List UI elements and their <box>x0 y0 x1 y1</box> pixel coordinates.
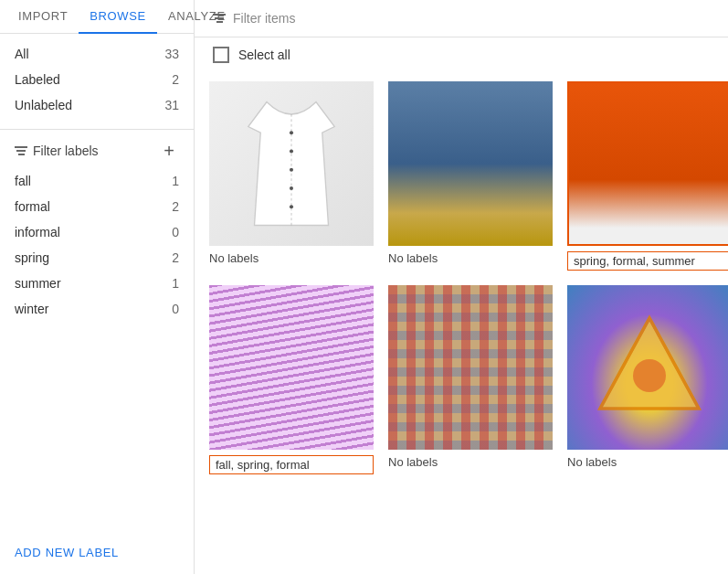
item-label-3: spring, formal, summer <box>567 251 728 271</box>
label-spring-name: spring <box>15 250 49 265</box>
item-image-6 <box>567 285 728 450</box>
item-label-6: No labels <box>567 453 728 471</box>
label-formal-name: formal <box>15 199 50 214</box>
label-informal-count: 0 <box>172 225 179 239</box>
category-labeled-count: 2 <box>172 72 179 87</box>
grid-row-1: No labels No labels spring, formal, summ… <box>209 81 713 271</box>
grid-item-4[interactable]: fall, spring, formal <box>209 285 374 474</box>
label-summer-count: 1 <box>172 276 179 291</box>
plaid-image <box>388 285 553 450</box>
label-fall-count: 1 <box>172 174 179 188</box>
filter-labels-row: Filter labels + <box>0 133 194 168</box>
category-all-label: All <box>15 47 29 61</box>
jeans-image <box>388 81 553 246</box>
pizza-shirt-image <box>567 285 728 450</box>
label-formal[interactable]: formal 2 <box>0 194 194 219</box>
label-winter-name: winter <box>15 302 48 316</box>
main-filter-bar: Filter items <box>195 0 728 37</box>
category-all[interactable]: All 33 <box>0 41 194 67</box>
item-label-1: No labels <box>209 250 374 267</box>
labels-section: fall 1 formal 2 informal 0 spring 2 summ… <box>0 168 194 531</box>
svg-point-1 <box>290 131 293 134</box>
shirt-white-image <box>209 81 374 246</box>
grid-row-2: fall, spring, formal No labels <box>209 285 713 474</box>
add-label-button[interactable]: + <box>159 141 179 161</box>
orange-dress-image <box>569 83 728 244</box>
divider-1 <box>0 129 194 130</box>
main-filter-icon <box>213 14 226 23</box>
label-summer-name: summer <box>15 276 61 291</box>
item-label-4: fall, spring, formal <box>209 455 374 474</box>
label-formal-count: 2 <box>172 199 179 214</box>
item-image-2 <box>388 81 553 246</box>
item-label-5: No labels <box>388 453 553 471</box>
item-image-4 <box>209 285 374 450</box>
item-image-3 <box>567 81 728 246</box>
grid-item-2[interactable]: No labels <box>388 81 553 271</box>
tab-bar: IMPORT BROWSE ANALYZE <box>0 0 194 34</box>
svg-point-4 <box>290 186 293 190</box>
svg-point-3 <box>290 168 293 172</box>
category-section: All 33 Labeled 2 Unlabeled 31 <box>0 34 194 125</box>
items-grid: No labels No labels spring, formal, summ… <box>195 72 728 574</box>
label-informal-name: informal <box>15 225 60 239</box>
add-new-label-button[interactable]: ADD NEW LABEL <box>0 531 194 574</box>
category-unlabeled[interactable]: Unlabeled 31 <box>0 92 194 118</box>
grid-item-6[interactable]: No labels <box>567 285 728 474</box>
label-spring[interactable]: spring 2 <box>0 245 194 271</box>
category-labeled-label: Labeled <box>15 72 60 87</box>
label-fall[interactable]: fall 1 <box>0 168 194 194</box>
label-summer[interactable]: summer 1 <box>0 271 194 296</box>
purple-shirt-image <box>209 285 374 450</box>
tab-browse[interactable]: BROWSE <box>79 0 157 34</box>
filter-labels-text: Filter labels <box>33 144 99 158</box>
svg-point-2 <box>290 149 293 153</box>
label-informal[interactable]: informal 0 <box>0 219 194 245</box>
select-all-checkbox[interactable] <box>213 47 229 63</box>
main-content: Filter items Select all <box>195 0 728 574</box>
select-all-label: Select all <box>238 48 290 62</box>
label-winter[interactable]: winter 0 <box>0 296 194 322</box>
item-label-2: No labels <box>388 250 553 267</box>
svg-point-7 <box>633 359 666 392</box>
category-all-count: 33 <box>164 47 179 61</box>
tab-import[interactable]: IMPORT <box>7 0 79 34</box>
category-unlabeled-count: 31 <box>164 98 179 112</box>
grid-item-5[interactable]: No labels <box>388 285 553 474</box>
main-filter-text: Filter items <box>233 11 295 26</box>
sidebar: IMPORT BROWSE ANALYZE All 33 Labeled 2 U… <box>0 0 195 574</box>
label-fall-name: fall <box>15 174 31 188</box>
filter-icon <box>15 146 27 155</box>
svg-point-5 <box>290 205 293 208</box>
category-unlabeled-label: Unlabeled <box>15 98 72 112</box>
label-spring-count: 2 <box>172 250 179 265</box>
grid-item-3[interactable]: spring, formal, summer <box>567 81 728 271</box>
label-winter-count: 0 <box>172 302 179 316</box>
item-image-1 <box>209 81 374 246</box>
filter-label-container: Filter labels <box>15 144 99 158</box>
item-image-5 <box>388 285 553 450</box>
select-all-row: Select all <box>195 37 728 72</box>
category-labeled[interactable]: Labeled 2 <box>0 67 194 92</box>
grid-item-1[interactable]: No labels <box>209 81 374 271</box>
